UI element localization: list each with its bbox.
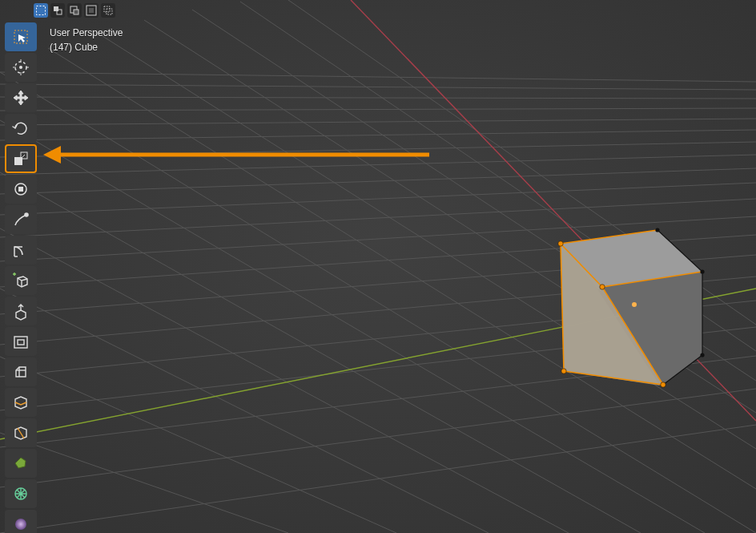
3d-viewport[interactable] [0,0,756,533]
svg-rect-77 [14,337,27,348]
svg-point-65 [19,66,22,69]
svg-point-47 [600,285,605,289]
svg-line-81 [18,428,24,438]
view-label: User Perspective [50,26,123,40]
svg-point-49 [661,382,666,387]
svg-point-48 [561,369,566,374]
inset-tool[interactable] [5,327,37,356]
svg-point-51 [700,269,704,273]
move-tool[interactable] [5,83,37,112]
annotate-tool[interactable] [5,205,37,234]
select-mode-box[interactable] [34,3,48,18]
add-cube-tool[interactable] [5,266,37,295]
svg-rect-74 [18,187,23,192]
loop-cut-tool[interactable] [5,388,37,417]
svg-point-83 [15,519,26,530]
knife-tool[interactable] [5,418,37,447]
transform-tool[interactable] [5,175,37,204]
select-mode-subtract[interactable] [67,3,82,18]
svg-point-53 [632,302,637,307]
select-mode-intersect[interactable] [101,3,115,18]
cursor-tool[interactable] [5,53,37,82]
select-mode-invert[interactable] [84,3,99,18]
spin-tool[interactable] [5,479,37,508]
object-label: (147) Cube [50,40,123,55]
select-mode-strip [34,3,115,18]
svg-rect-60 [89,8,94,13]
smooth-tool[interactable] [5,510,37,533]
bevel-tool[interactable] [5,357,37,386]
svg-point-50 [655,228,659,232]
svg-point-75 [25,213,28,216]
rotate-tool[interactable] [5,114,37,143]
svg-rect-55 [54,6,58,11]
scale-tool[interactable] [5,144,37,173]
viewport-overlay-text: User Perspective (147) Cube [50,26,123,55]
svg-rect-54 [37,6,46,15]
svg-line-72 [21,155,25,159]
select-box-tool[interactable] [5,22,37,51]
svg-point-46 [558,241,563,246]
extrude-tool[interactable] [5,297,37,325]
svg-point-52 [700,353,704,357]
select-mode-extend[interactable] [50,3,65,18]
svg-rect-58 [74,10,78,14]
svg-rect-78 [18,340,24,345]
poly-build-tool[interactable] [5,449,37,478]
toolbar [5,22,37,533]
measure-tool[interactable] [5,236,37,264]
